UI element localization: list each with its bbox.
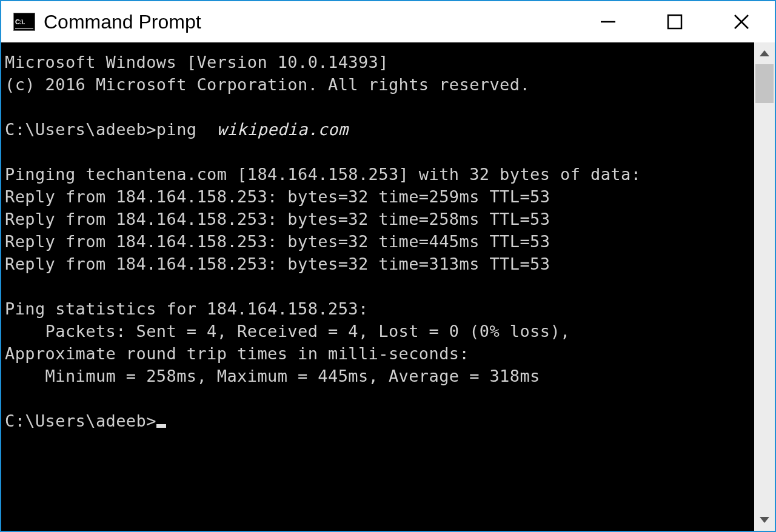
maximize-icon <box>667 14 683 30</box>
command-prompt-icon: C:\. <box>13 13 35 31</box>
line-version: Microsoft Windows [Version 10.0.14393] <box>5 53 389 71</box>
typed-command: wikipedia.com <box>217 120 349 139</box>
scroll-track[interactable] <box>754 64 775 509</box>
stats-rtt: Minimum = 258ms, Maximum = 445ms, Averag… <box>5 367 540 385</box>
stats-packets: Packets: Sent = 4, Received = 4, Lost = … <box>5 322 570 341</box>
command-prompt-window: C:\. Command Prompt Microsoft Wind <box>0 0 776 532</box>
ping-reply-2: Reply from 184.164.158.253: bytes=32 tim… <box>5 210 550 228</box>
vertical-scrollbar[interactable] <box>754 42 775 531</box>
scroll-thumb[interactable] <box>755 64 774 103</box>
prompt-line-1: C:\Users\adeeb>ping wikipedia.com <box>5 120 348 139</box>
stats-rtt-header: Approximate round trip times in milli-se… <box>5 344 469 363</box>
svg-marker-5 <box>760 517 769 523</box>
minimize-button[interactable] <box>575 1 641 42</box>
client-area: Microsoft Windows [Version 10.0.14393] (… <box>1 42 775 531</box>
ping-reply-4: Reply from 184.164.158.253: bytes=32 tim… <box>5 254 550 273</box>
ping-reply-1: Reply from 184.164.158.253: bytes=32 tim… <box>5 187 550 206</box>
maximize-button[interactable] <box>641 1 708 42</box>
scroll-down-button[interactable] <box>754 509 775 531</box>
ping-header: Pinging techantena.com [184.164.158.253]… <box>5 165 641 184</box>
cursor <box>156 424 166 428</box>
svg-marker-4 <box>760 50 769 56</box>
minimize-icon <box>600 13 617 30</box>
prompt-line-2: C:\Users\adeeb> <box>5 411 156 430</box>
line-copyright: (c) 2016 Microsoft Corporation. All righ… <box>5 75 530 94</box>
titlebar[interactable]: C:\. Command Prompt <box>1 1 775 42</box>
close-icon <box>733 13 750 30</box>
chevron-down-icon <box>760 517 769 523</box>
ping-reply-3: Reply from 184.164.158.253: bytes=32 tim… <box>5 232 550 251</box>
close-button[interactable] <box>708 1 775 42</box>
svg-rect-1 <box>668 15 681 28</box>
terminal-output[interactable]: Microsoft Windows [Version 10.0.14393] (… <box>1 42 754 531</box>
chevron-up-icon <box>760 50 769 56</box>
window-title: Command Prompt <box>44 11 201 33</box>
stats-header: Ping statistics for 184.164.158.253: <box>5 299 369 318</box>
scroll-up-button[interactable] <box>754 42 775 64</box>
window-controls <box>575 1 775 42</box>
